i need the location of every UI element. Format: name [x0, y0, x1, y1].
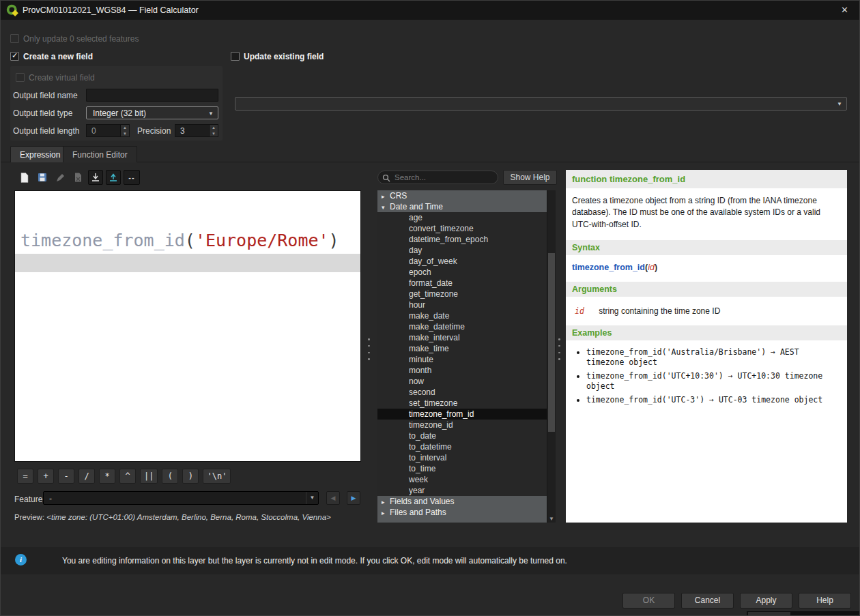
- operator-button[interactable]: =: [17, 469, 33, 484]
- tree-item-make_date[interactable]: make_date: [377, 310, 556, 321]
- operator-button[interactable]: /: [78, 469, 95, 484]
- tree-item-to_date[interactable]: to_date: [377, 430, 556, 441]
- tree-item-get_timezone[interactable]: get_timezone: [377, 289, 556, 299]
- chevron-right-icon[interactable]: ▸: [382, 497, 390, 508]
- operator-button[interactable]: -: [58, 469, 74, 484]
- tree-scrollbar[interactable]: ▼: [547, 190, 556, 523]
- ok-button[interactable]: OK: [622, 593, 675, 608]
- tree-item-to_time[interactable]: to_time: [377, 463, 556, 474]
- edit-expression-button[interactable]: [53, 170, 68, 185]
- tree-group-fields_and_values[interactable]: ▸Fields and Values: [377, 496, 556, 507]
- existing-field-select[interactable]: ▼: [235, 97, 847, 111]
- create-new-field-checkbox[interactable]: [10, 52, 19, 61]
- tree-item-convert_timezone[interactable]: convert_timezone: [377, 223, 556, 234]
- operator-button[interactable]: ^: [119, 469, 136, 484]
- tree-item-epoch[interactable]: epoch: [377, 267, 556, 278]
- cancel-button[interactable]: Cancel: [681, 593, 734, 608]
- preview-value: <time zone: (UTC+01:00) Amsterdam, Berli…: [46, 513, 330, 521]
- operator-button[interactable]: *: [99, 469, 115, 484]
- tree-group-files_and_paths[interactable]: ▸Files and Paths: [377, 507, 556, 518]
- tree-item-year[interactable]: year: [377, 485, 556, 496]
- titlebar[interactable]: ProvCM01012021_WGS84 — Field Calculator …: [1, 1, 859, 20]
- tree-scrollbar-thumb[interactable]: [548, 253, 555, 432]
- tree-group-row[interactable]: ▸: [377, 518, 556, 523]
- tree-item-day_of_week[interactable]: day_of_week: [377, 256, 556, 267]
- tree-item-make_datetime[interactable]: make_datetime: [377, 321, 556, 332]
- spin-up-icon[interactable]: ▲: [121, 126, 129, 130]
- tree-group-date_and_time[interactable]: ▾Date and Time: [377, 201, 556, 212]
- save-icon: [38, 173, 47, 182]
- tree-item-timezone_from_id[interactable]: timezone_from_id: [377, 409, 556, 420]
- remove-expression-button[interactable]: [70, 170, 85, 185]
- next-feature-button[interactable]: ▶: [347, 491, 360, 505]
- search-input[interactable]: [395, 172, 493, 183]
- chevron-down-icon: ▼: [208, 110, 214, 116]
- tree-item-format_date[interactable]: format_date: [377, 278, 556, 289]
- bottom-scrollbar-thumb[interactable]: [748, 612, 790, 615]
- tree-item-timezone_id[interactable]: timezone_id: [377, 420, 556, 430]
- only-update-checkbox[interactable]: [10, 34, 19, 43]
- tree-row-label: make_time: [409, 344, 449, 353]
- previous-feature-button[interactable]: ◀: [326, 491, 340, 505]
- chevron-right-icon[interactable]: ▸: [382, 508, 390, 518]
- spin-up-icon[interactable]: ▲: [210, 126, 218, 130]
- function-search[interactable]: [377, 171, 498, 184]
- output-field-name-input[interactable]: [86, 89, 218, 102]
- update-existing-field-checkbox[interactable]: [231, 52, 240, 61]
- operator-button[interactable]: +: [38, 469, 54, 484]
- spin-down-icon[interactable]: ▼: [210, 132, 218, 136]
- tree-item-day[interactable]: day: [377, 245, 556, 256]
- tree-item-make_interval[interactable]: make_interval: [377, 332, 556, 343]
- output-field-length-spinner[interactable]: 0 ▲▼: [86, 124, 130, 137]
- feature-select[interactable]: - ▼: [43, 491, 319, 505]
- tree-item-hour[interactable]: hour: [377, 299, 556, 310]
- spinner-buttons[interactable]: ▲▼: [209, 125, 218, 136]
- operator-button[interactable]: '\n': [203, 469, 231, 484]
- new-expression-button[interactable]: [17, 170, 32, 185]
- tree-row-label: timezone_id: [409, 420, 453, 430]
- tree-item-to_interval[interactable]: to_interval: [377, 452, 556, 463]
- expression-editor[interactable]: timezone_from_id('Europe/Rome'): [14, 190, 361, 462]
- show-help-button[interactable]: Show Help: [503, 170, 557, 185]
- help-button[interactable]: Help: [799, 593, 851, 608]
- operator-button[interactable]: ||: [140, 469, 158, 484]
- create-virtual-field-label: Create virtual field: [29, 73, 95, 83]
- splitter-handle[interactable]: [558, 338, 561, 360]
- import-expressions-button[interactable]: [88, 170, 103, 185]
- close-icon[interactable]: ✕: [841, 1, 848, 20]
- create-virtual-field-checkbox[interactable]: [16, 73, 25, 82]
- splitter-handle[interactable]: [367, 338, 371, 360]
- tree-item-age[interactable]: age: [377, 212, 556, 223]
- spin-down-icon[interactable]: ▼: [121, 132, 129, 136]
- export-expressions-button[interactable]: [106, 170, 121, 185]
- tree-item-datetime_from_epoch[interactable]: datetime_from_epoch: [377, 234, 556, 245]
- tab-function-editor[interactable]: Function Editor: [63, 146, 137, 162]
- operator-button[interactable]: (: [162, 469, 178, 484]
- tree-item-month[interactable]: month: [377, 365, 556, 376]
- examples-list: timezone_from_id('Australia/Brisbane') →…: [586, 347, 841, 405]
- tree-item-now[interactable]: now: [377, 376, 556, 387]
- tree-item-set_timezone[interactable]: set_timezone: [377, 398, 556, 409]
- tree-row-label: day_of_week: [409, 256, 457, 266]
- output-field-type-select[interactable]: Integer (32 bit) ▼: [86, 106, 218, 119]
- preview-label: Preview:: [14, 513, 44, 521]
- tree-item-minute[interactable]: minute: [377, 354, 556, 365]
- spinner-buttons[interactable]: ▲▼: [120, 125, 129, 136]
- chevron-down-icon[interactable]: ▼: [306, 492, 318, 504]
- tree-item-week[interactable]: week: [377, 474, 556, 485]
- chevron-right-icon[interactable]: ▸: [382, 191, 390, 202]
- tree-group-crs[interactable]: ▸CRS: [377, 190, 556, 201]
- chevron-right-icon[interactable]: ▸: [382, 518, 390, 523]
- bottom-scrollbar[interactable]: [747, 611, 860, 616]
- chevron-down-icon[interactable]: ▾: [382, 202, 390, 213]
- save-expression-button[interactable]: [35, 170, 50, 185]
- comment-button[interactable]: --: [124, 170, 140, 185]
- tab-expression[interactable]: Expression: [10, 146, 70, 162]
- scroll-down-icon[interactable]: ▼: [547, 516, 556, 522]
- tree-item-second[interactable]: second: [377, 387, 556, 398]
- tree-item-to_datetime[interactable]: to_datetime: [377, 441, 556, 452]
- operator-button[interactable]: ): [182, 469, 199, 484]
- tree-item-make_time[interactable]: make_time: [377, 343, 556, 354]
- precision-spinner[interactable]: 3 ▲▼: [175, 124, 218, 137]
- apply-button[interactable]: Apply: [740, 593, 792, 608]
